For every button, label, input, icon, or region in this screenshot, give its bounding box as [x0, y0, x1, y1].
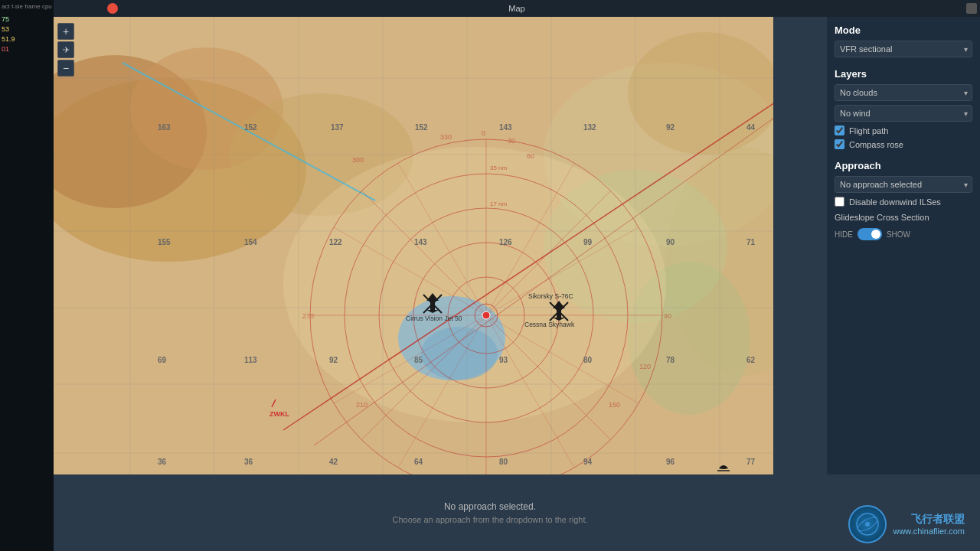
svg-text:77: 77 — [746, 458, 756, 466]
svg-text:30: 30 — [508, 137, 515, 145]
approach-title: Approach — [835, 160, 972, 171]
airport-button[interactable]: ✈ — [57, 41, 74, 58]
stat-frame: 53 — [2, 24, 52, 34]
svg-point-10 — [283, 147, 666, 422]
clouds-select[interactable]: No clouds Few clouds Scattered Broken Ov… — [835, 84, 972, 101]
svg-text:60: 60 — [527, 152, 534, 160]
svg-point-102 — [865, 522, 870, 527]
toggle-slider — [858, 228, 882, 240]
flight-path-row: Flight path — [835, 126, 972, 135]
svg-text:163: 163 — [158, 123, 171, 132]
svg-text:62: 62 — [746, 356, 756, 364]
svg-text:92: 92 — [666, 123, 675, 132]
svg-text:126: 126 — [499, 238, 512, 246]
svg-text:42: 42 — [329, 458, 338, 466]
map-svg: 0 30 60 90 120 150 180 210 270 300 330 1… — [54, 17, 773, 474]
svg-text:80: 80 — [583, 356, 593, 364]
svg-text:93: 93 — [499, 356, 508, 364]
right-panel: Mode VFR sectional IFR low IFR high Sate… — [827, 17, 980, 474]
bottom-bar: No approach selected. Choose an approach… — [0, 474, 980, 551]
glideslope-label: Glideslope Cross Section — [835, 213, 972, 222]
svg-text:17 nm: 17 nm — [490, 201, 508, 207]
svg-text:90: 90 — [664, 312, 671, 320]
svg-text:94: 94 — [583, 458, 593, 466]
svg-text:Sikorsky S-76C: Sikorsky S-76C — [528, 292, 573, 300]
flight-path-checkbox[interactable] — [835, 126, 844, 135]
map-container[interactable]: 0 30 60 90 120 150 180 210 270 300 330 1… — [54, 17, 773, 474]
show-label: SHOW — [887, 230, 910, 239]
logo-text: 飞行者联盟 www.chinaflier.com — [893, 513, 965, 536]
svg-text:80: 80 — [499, 458, 508, 466]
zoom-in-button[interactable]: + — [57, 23, 74, 40]
zoom-out-button[interactable]: − — [57, 60, 74, 77]
svg-text:0: 0 — [482, 129, 485, 137]
flight-path-label: Flight path — [849, 126, 888, 135]
svg-text:152: 152 — [244, 123, 257, 132]
svg-text:150: 150 — [609, 401, 620, 409]
svg-text:36: 36 — [158, 458, 167, 466]
close-button[interactable] — [107, 3, 118, 14]
title-bar: Map — [54, 0, 980, 17]
approach-section: Approach No approach selected Disable do… — [835, 160, 972, 240]
stat-header: act f-sie frame cpu gpu grnd flit — [2, 2, 52, 11]
svg-text:69: 69 — [158, 356, 167, 364]
disable-downwind-label: Disable downwind ILSes — [849, 197, 941, 207]
svg-text:96: 96 — [666, 458, 675, 466]
svg-text:143: 143 — [499, 123, 512, 132]
svg-text:143: 143 — [414, 238, 427, 246]
svg-text:99: 99 — [583, 238, 593, 246]
stat-gpu: 01 — [2, 44, 52, 54]
logo-site-name: 飞行者联盟 — [893, 513, 965, 527]
clouds-select-wrapper: No clouds Few clouds Scattered Broken Ov… — [835, 84, 972, 101]
svg-text:64: 64 — [414, 458, 423, 466]
compass-rose-row: Compass rose — [835, 139, 972, 149]
compass-rose-label: Compass rose — [849, 140, 903, 149]
status-line2: Choose an approach from the dropdown to … — [393, 515, 588, 524]
hide-label: HIDE — [835, 230, 853, 239]
logo-area: 飞行者联盟 www.chinaflier.com — [848, 505, 965, 543]
approach-select[interactable]: No approach selected — [835, 176, 972, 193]
svg-text:44: 44 — [746, 123, 756, 132]
status-line1: No approach selected. — [444, 501, 536, 512]
mode-section: Mode VFR sectional IFR low IFR high Sate… — [835, 24, 972, 57]
disable-downwind-checkbox[interactable] — [835, 197, 844, 207]
logo-site-url: www.chinaflier.com — [893, 527, 965, 536]
layers-section: Layers No clouds Few clouds Scattered Br… — [835, 68, 972, 149]
layers-title: Layers — [835, 68, 972, 80]
svg-text:Cessna Skyhawk: Cessna Skyhawk — [524, 321, 575, 328]
svg-point-57 — [482, 311, 490, 319]
wind-select[interactable]: No wind Light wind Moderate wind Strong … — [835, 105, 972, 122]
expand-button[interactable] — [966, 3, 977, 14]
svg-text:152: 152 — [415, 123, 428, 132]
window-title: Map — [508, 4, 524, 13]
svg-text:78: 78 — [666, 356, 675, 364]
svg-text:71: 71 — [746, 238, 756, 246]
svg-text:Cirrus Vision Jet 50: Cirrus Vision Jet 50 — [406, 315, 462, 322]
disable-downwind-row: Disable downwind ILSes — [835, 197, 972, 207]
mode-title: Mode — [835, 24, 972, 36]
svg-text:270: 270 — [302, 312, 314, 320]
left-sidebar: act f-sie frame cpu gpu grnd flit 75 53 … — [0, 0, 54, 551]
svg-text:154: 154 — [244, 238, 257, 246]
stat-cpu: 51.9 — [2, 34, 52, 44]
svg-text:132: 132 — [583, 123, 596, 132]
glideslope-toggle[interactable] — [858, 228, 882, 240]
svg-text:330: 330 — [440, 133, 452, 141]
stat-fps: 75 — [2, 15, 52, 24]
svg-text:137: 137 — [331, 123, 344, 132]
glideslope-toggle-row: HIDE SHOW — [835, 228, 972, 240]
mode-select[interactable]: VFR sectional IFR low IFR high Satellite — [835, 41, 972, 57]
svg-text:210: 210 — [356, 401, 368, 409]
wind-select-wrapper: No wind Light wind Moderate wind Strong … — [835, 105, 972, 122]
svg-text:300: 300 — [352, 156, 364, 164]
compass-rose-checkbox[interactable] — [835, 139, 844, 149]
svg-text:92: 92 — [329, 356, 338, 364]
approach-select-wrapper: No approach selected — [835, 176, 972, 193]
mode-select-wrapper: VFR sectional IFR low IFR high Satellite — [835, 41, 972, 57]
svg-text:122: 122 — [329, 238, 342, 246]
svg-text:155: 155 — [158, 238, 171, 246]
svg-text:85: 85 — [414, 356, 423, 364]
svg-text:36: 36 — [244, 458, 253, 466]
logo-icon — [848, 505, 887, 543]
svg-text:ZWKL: ZWKL — [270, 410, 289, 418]
